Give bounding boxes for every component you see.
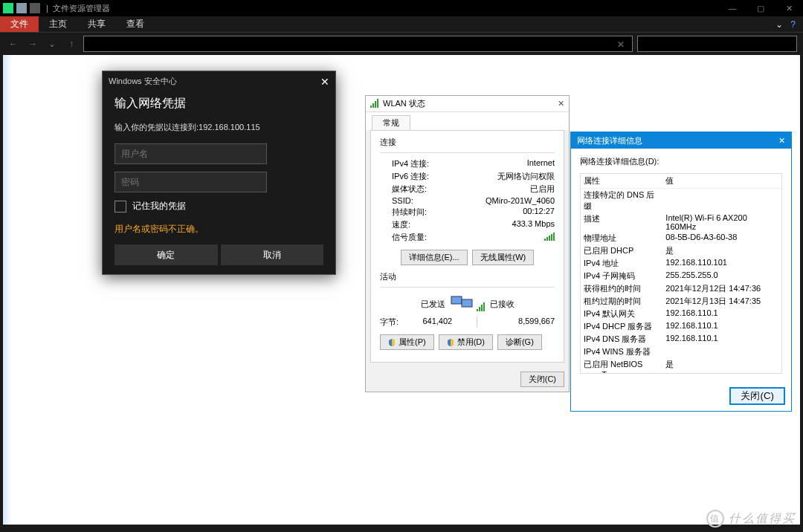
- details-button[interactable]: 详细信息(E)...: [401, 250, 468, 265]
- credential-dialog: Windows 安全中心 ✕ 输入网络凭据 输入你的凭据以连接到:192.168…: [102, 71, 336, 275]
- credential-error: 用户名或密码不正确。: [115, 223, 323, 236]
- details-row: 描述Intel(R) Wi-Fi 6 AX200 160MHz: [581, 213, 781, 232]
- col-property: 属性: [581, 174, 662, 189]
- details-row: 连接特定的 DNS 后缀: [581, 189, 781, 213]
- window-title: 文件资源管理器: [53, 3, 110, 14]
- svg-rect-1: [16, 3, 27, 13]
- bytes-label: 字节:: [380, 317, 399, 328]
- wlan-tab-general[interactable]: 常规: [372, 115, 410, 130]
- address-bar-row: ← → ⌄ ↑ ✕: [0, 33, 803, 55]
- remember-checkbox[interactable]: [115, 201, 126, 213]
- address-clear-button[interactable]: ✕: [613, 36, 629, 53]
- close-button[interactable]: ✕: [775, 0, 803, 16]
- col-value: 值: [662, 174, 781, 189]
- wireless-properties-button[interactable]: 无线属性(W): [472, 250, 535, 265]
- minimize-button[interactable]: —: [718, 0, 746, 16]
- titlebar-sep: |: [46, 4, 48, 13]
- svg-rect-3: [451, 296, 462, 304]
- details-row: IPv4 默认网关192.168.110.1: [581, 308, 781, 320]
- wlan-row: 速度:433.3 Mbps: [380, 218, 555, 231]
- maximize-button[interactable]: ▢: [746, 0, 775, 16]
- connection-details-dialog: 网络连接详细信息 ✕ 网络连接详细信息(D): 属性值 连接特定的 DNS 后缀…: [570, 132, 792, 412]
- details-title: 网络连接详细信息: [577, 135, 642, 146]
- details-close-bottom-button[interactable]: 关闭(C): [729, 387, 785, 405]
- svg-rect-2: [30, 3, 40, 13]
- titlebar: | 文件资源管理器 — ▢ ✕: [0, 0, 803, 16]
- recv-label: 已接收: [490, 299, 555, 310]
- diagnose-button[interactable]: 诊断(G): [497, 334, 542, 350]
- details-row: IPv4 DHCP 服务器192.168.110.1: [581, 320, 781, 333]
- watermark: 值 什么值得买: [706, 510, 796, 528]
- wlan-row: IPv4 连接:Internet: [380, 158, 555, 170]
- wlan-row: 持续时间:00:12:27: [380, 206, 555, 218]
- address-input[interactable]: ✕: [83, 36, 633, 52]
- credential-subtitle: 输入你的凭据以连接到:192.168.100.115: [115, 122, 323, 133]
- nav-forward-button[interactable]: →: [25, 36, 40, 51]
- sent-label: 已发送: [380, 299, 445, 310]
- watermark-icon: 值: [706, 510, 724, 528]
- password-input[interactable]: [115, 172, 267, 192]
- credential-close-button[interactable]: ✕: [320, 77, 329, 87]
- details-row: 已启用 DHCP是: [581, 244, 781, 257]
- details-row: 获得租约的时间2021年12月12日 14:47:36: [581, 282, 781, 295]
- details-table: 属性值 连接特定的 DNS 后缀描述Intel(R) Wi-Fi 6 AX200…: [580, 173, 782, 374]
- wlan-close-bottom-button[interactable]: 关闭(C): [520, 372, 564, 387]
- tab-view[interactable]: 查看: [116, 16, 155, 32]
- tab-share[interactable]: 共享: [77, 16, 116, 32]
- svg-rect-0: [3, 3, 13, 13]
- details-section-label: 网络连接详细信息(D):: [580, 156, 782, 167]
- credential-heading: 输入网络凭据: [115, 96, 323, 111]
- details-row: IPv4 地址192.168.110.101: [581, 257, 781, 270]
- wlan-row: SSID:QMiro-201W_4060: [380, 195, 555, 206]
- app-icon: [3, 3, 13, 13]
- details-close-button[interactable]: ✕: [778, 136, 785, 146]
- nav-back-button[interactable]: ←: [6, 36, 21, 51]
- signal-quality-label: 信号质量:: [392, 232, 427, 243]
- details-row: IPv4 WINS 服务器: [581, 346, 781, 358]
- details-row: IPv4 子网掩码255.255.255.0: [581, 270, 781, 282]
- details-row: IPv4 DNS 服务器192.168.110.1: [581, 333, 781, 346]
- activity-section-label: 活动: [380, 271, 555, 282]
- properties-button[interactable]: 属性(P): [380, 334, 434, 350]
- credential-dialog-title: Windows 安全中心: [109, 76, 177, 87]
- wlan-close-button[interactable]: ✕: [558, 99, 564, 108]
- nav-up-button[interactable]: ↑: [64, 36, 79, 51]
- recv-bytes: 8,599,667: [477, 317, 555, 328]
- tab-file[interactable]: 文件: [0, 16, 39, 32]
- svg-rect-4: [462, 299, 472, 307]
- username-input[interactable]: [115, 143, 267, 164]
- disable-button[interactable]: 禁用(D): [439, 334, 493, 350]
- quick-icon-2[interactable]: [30, 3, 40, 13]
- details-row: 已启用 NetBIOS over Tc...是: [581, 358, 781, 374]
- connection-section-label: 连接: [380, 137, 555, 148]
- wlan-icon: [370, 99, 378, 109]
- details-row: 租约过期的时间2021年12月13日 14:47:35: [581, 295, 781, 308]
- wlan-row: 媒体状态:已启用: [380, 183, 555, 195]
- details-row: 物理地址08-5B-D6-A3-60-38: [581, 232, 781, 244]
- activity-icon: [445, 295, 490, 313]
- nav-dropdown-button[interactable]: ⌄: [45, 36, 59, 51]
- wlan-status-dialog: WLAN 状态 ✕ 常规 连接 IPv4 连接:InternetIPv6 连接:…: [365, 95, 570, 392]
- watermark-text: 什么值得买: [729, 511, 796, 527]
- ok-button[interactable]: 确定: [115, 244, 218, 265]
- remember-label: 记住我的凭据: [132, 200, 186, 213]
- sent-bytes: 641,402: [399, 317, 476, 328]
- left-edge: [3, 55, 12, 525]
- quick-icon[interactable]: [16, 3, 27, 13]
- wlan-row: IPv6 连接:无网络访问权限: [380, 170, 555, 183]
- signal-quality-icon: [544, 232, 555, 243]
- wlan-title: WLAN 状态: [383, 98, 425, 109]
- ribbon-tabs: 文件 主页 共享 查看 ⌄ ?: [0, 16, 803, 33]
- ribbon-expand-icon[interactable]: ⌄: [775, 19, 783, 30]
- help-icon[interactable]: ?: [790, 19, 796, 30]
- cancel-button[interactable]: 取消: [221, 244, 324, 265]
- tab-home[interactable]: 主页: [39, 16, 77, 32]
- search-input[interactable]: [637, 36, 797, 52]
